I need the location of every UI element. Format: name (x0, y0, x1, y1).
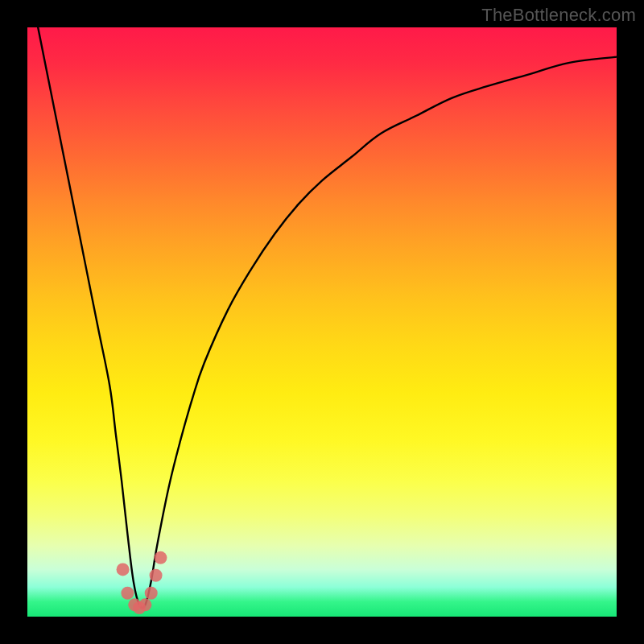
curve-marker (145, 587, 158, 600)
curve-marker (138, 598, 151, 611)
curve-marker (154, 551, 167, 564)
curve-marker (117, 563, 130, 576)
marker-group (117, 551, 167, 614)
plot-area (27, 27, 617, 617)
curve-marker (150, 569, 163, 582)
bottleneck-curve (27, 27, 617, 617)
curve-path (27, 27, 617, 608)
watermark-text: TheBottleneck.com (481, 5, 636, 26)
curve-marker (121, 587, 134, 600)
chart-frame: TheBottleneck.com (0, 0, 644, 644)
